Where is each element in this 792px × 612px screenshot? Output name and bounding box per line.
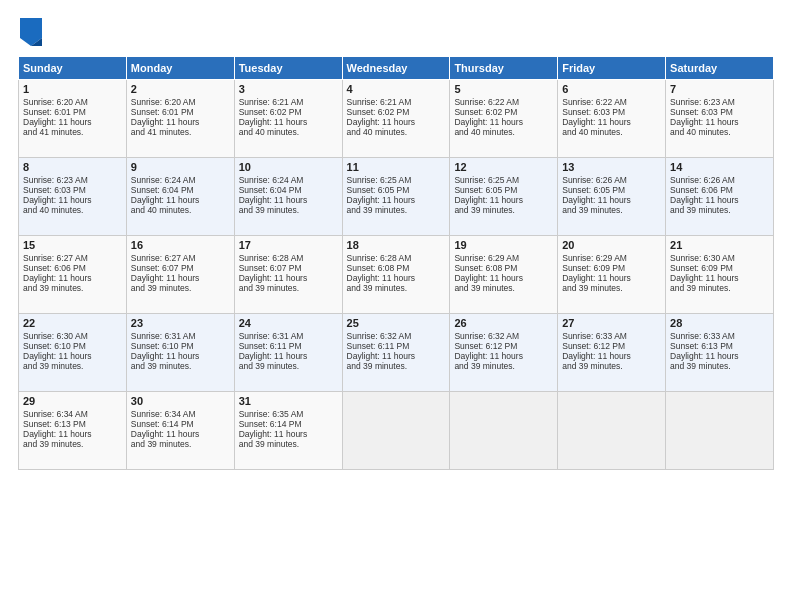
weekday-header: Friday bbox=[558, 57, 666, 80]
day-number: 27 bbox=[562, 317, 661, 329]
day-info-line: and 40 minutes. bbox=[239, 127, 338, 137]
day-info-line: Sunrise: 6:32 AM bbox=[347, 331, 446, 341]
day-number: 29 bbox=[23, 395, 122, 407]
calendar-week-row: 15Sunrise: 6:27 AMSunset: 6:06 PMDayligh… bbox=[19, 236, 774, 314]
day-info-line: Daylight: 11 hours bbox=[131, 351, 230, 361]
day-number: 11 bbox=[347, 161, 446, 173]
day-info-line: Sunset: 6:08 PM bbox=[454, 263, 553, 273]
day-number: 20 bbox=[562, 239, 661, 251]
day-info-line: and 39 minutes. bbox=[670, 283, 769, 293]
day-info-line: Sunset: 6:05 PM bbox=[454, 185, 553, 195]
day-number: 25 bbox=[347, 317, 446, 329]
calendar-week-row: 1Sunrise: 6:20 AMSunset: 6:01 PMDaylight… bbox=[19, 80, 774, 158]
day-info-line: Sunrise: 6:27 AM bbox=[23, 253, 122, 263]
day-info-line: Daylight: 11 hours bbox=[670, 351, 769, 361]
day-info-line: Daylight: 11 hours bbox=[23, 273, 122, 283]
day-info-line: Sunset: 6:11 PM bbox=[347, 341, 446, 351]
day-number: 10 bbox=[239, 161, 338, 173]
day-info-line: and 39 minutes. bbox=[131, 283, 230, 293]
day-info-line: Daylight: 11 hours bbox=[454, 351, 553, 361]
day-info-line: Sunset: 6:05 PM bbox=[347, 185, 446, 195]
day-info-line: Sunrise: 6:23 AM bbox=[23, 175, 122, 185]
day-number: 15 bbox=[23, 239, 122, 251]
day-number: 28 bbox=[670, 317, 769, 329]
weekday-header: Thursday bbox=[450, 57, 558, 80]
day-info-line: Daylight: 11 hours bbox=[562, 351, 661, 361]
day-info-line: Sunrise: 6:28 AM bbox=[347, 253, 446, 263]
day-number: 9 bbox=[131, 161, 230, 173]
calendar-week-row: 22Sunrise: 6:30 AMSunset: 6:10 PMDayligh… bbox=[19, 314, 774, 392]
calendar-cell: 30Sunrise: 6:34 AMSunset: 6:14 PMDayligh… bbox=[126, 392, 234, 470]
logo-icon bbox=[20, 18, 42, 46]
day-info-line: Sunset: 6:12 PM bbox=[454, 341, 553, 351]
day-info-line: Sunrise: 6:26 AM bbox=[670, 175, 769, 185]
day-info-line: and 39 minutes. bbox=[239, 361, 338, 371]
calendar-cell bbox=[450, 392, 558, 470]
calendar-cell: 9Sunrise: 6:24 AMSunset: 6:04 PMDaylight… bbox=[126, 158, 234, 236]
day-info-line: and 39 minutes. bbox=[23, 439, 122, 449]
calendar: SundayMondayTuesdayWednesdayThursdayFrid… bbox=[18, 56, 774, 470]
day-number: 22 bbox=[23, 317, 122, 329]
day-number: 24 bbox=[239, 317, 338, 329]
day-info-line: Sunrise: 6:34 AM bbox=[23, 409, 122, 419]
day-info-line: and 39 minutes. bbox=[131, 361, 230, 371]
day-info-line: Daylight: 11 hours bbox=[454, 117, 553, 127]
weekday-header: Sunday bbox=[19, 57, 127, 80]
calendar-cell: 29Sunrise: 6:34 AMSunset: 6:13 PMDayligh… bbox=[19, 392, 127, 470]
day-info-line: Sunset: 6:05 PM bbox=[562, 185, 661, 195]
day-info-line: Sunset: 6:12 PM bbox=[562, 341, 661, 351]
weekday-header: Saturday bbox=[666, 57, 774, 80]
day-info-line: and 39 minutes. bbox=[454, 361, 553, 371]
day-info-line: Daylight: 11 hours bbox=[562, 117, 661, 127]
calendar-body: 1Sunrise: 6:20 AMSunset: 6:01 PMDaylight… bbox=[19, 80, 774, 470]
day-info-line: Sunset: 6:09 PM bbox=[670, 263, 769, 273]
day-number: 17 bbox=[239, 239, 338, 251]
day-info-line: Sunset: 6:13 PM bbox=[670, 341, 769, 351]
day-info-line: Daylight: 11 hours bbox=[239, 429, 338, 439]
day-info-line: and 39 minutes. bbox=[454, 205, 553, 215]
day-info-line: and 39 minutes. bbox=[670, 361, 769, 371]
calendar-cell: 31Sunrise: 6:35 AMSunset: 6:14 PMDayligh… bbox=[234, 392, 342, 470]
calendar-cell: 25Sunrise: 6:32 AMSunset: 6:11 PMDayligh… bbox=[342, 314, 450, 392]
day-info-line: Sunrise: 6:29 AM bbox=[454, 253, 553, 263]
day-info-line: Daylight: 11 hours bbox=[347, 117, 446, 127]
day-number: 30 bbox=[131, 395, 230, 407]
day-info-line: and 39 minutes. bbox=[454, 283, 553, 293]
day-info-line: and 39 minutes. bbox=[670, 205, 769, 215]
day-info-line: Sunrise: 6:29 AM bbox=[562, 253, 661, 263]
day-info-line: Sunrise: 6:28 AM bbox=[239, 253, 338, 263]
day-info-line: Sunset: 6:02 PM bbox=[347, 107, 446, 117]
day-info-line: Sunset: 6:07 PM bbox=[239, 263, 338, 273]
logo bbox=[18, 18, 44, 46]
calendar-cell: 16Sunrise: 6:27 AMSunset: 6:07 PMDayligh… bbox=[126, 236, 234, 314]
day-info-line: Sunrise: 6:23 AM bbox=[670, 97, 769, 107]
calendar-cell: 11Sunrise: 6:25 AMSunset: 6:05 PMDayligh… bbox=[342, 158, 450, 236]
day-info-line: Sunrise: 6:31 AM bbox=[131, 331, 230, 341]
day-info-line: Sunrise: 6:22 AM bbox=[562, 97, 661, 107]
day-number: 19 bbox=[454, 239, 553, 251]
day-info-line: Sunset: 6:11 PM bbox=[239, 341, 338, 351]
day-info-line: Daylight: 11 hours bbox=[239, 273, 338, 283]
calendar-cell: 4Sunrise: 6:21 AMSunset: 6:02 PMDaylight… bbox=[342, 80, 450, 158]
day-info-line: Daylight: 11 hours bbox=[131, 429, 230, 439]
calendar-cell: 26Sunrise: 6:32 AMSunset: 6:12 PMDayligh… bbox=[450, 314, 558, 392]
day-number: 7 bbox=[670, 83, 769, 95]
day-number: 18 bbox=[347, 239, 446, 251]
day-number: 3 bbox=[239, 83, 338, 95]
calendar-cell bbox=[558, 392, 666, 470]
day-info-line: Daylight: 11 hours bbox=[239, 195, 338, 205]
day-info-line: Sunrise: 6:34 AM bbox=[131, 409, 230, 419]
day-number: 26 bbox=[454, 317, 553, 329]
day-info-line: and 39 minutes. bbox=[347, 361, 446, 371]
day-info-line: Sunrise: 6:30 AM bbox=[670, 253, 769, 263]
calendar-cell: 1Sunrise: 6:20 AMSunset: 6:01 PMDaylight… bbox=[19, 80, 127, 158]
day-info-line: Sunset: 6:04 PM bbox=[239, 185, 338, 195]
day-number: 14 bbox=[670, 161, 769, 173]
day-info-line: Sunrise: 6:30 AM bbox=[23, 331, 122, 341]
calendar-cell: 19Sunrise: 6:29 AMSunset: 6:08 PMDayligh… bbox=[450, 236, 558, 314]
calendar-cell: 6Sunrise: 6:22 AMSunset: 6:03 PMDaylight… bbox=[558, 80, 666, 158]
day-info-line: Sunset: 6:10 PM bbox=[23, 341, 122, 351]
day-info-line: Daylight: 11 hours bbox=[23, 117, 122, 127]
weekday-header: Wednesday bbox=[342, 57, 450, 80]
day-info-line: Daylight: 11 hours bbox=[347, 195, 446, 205]
